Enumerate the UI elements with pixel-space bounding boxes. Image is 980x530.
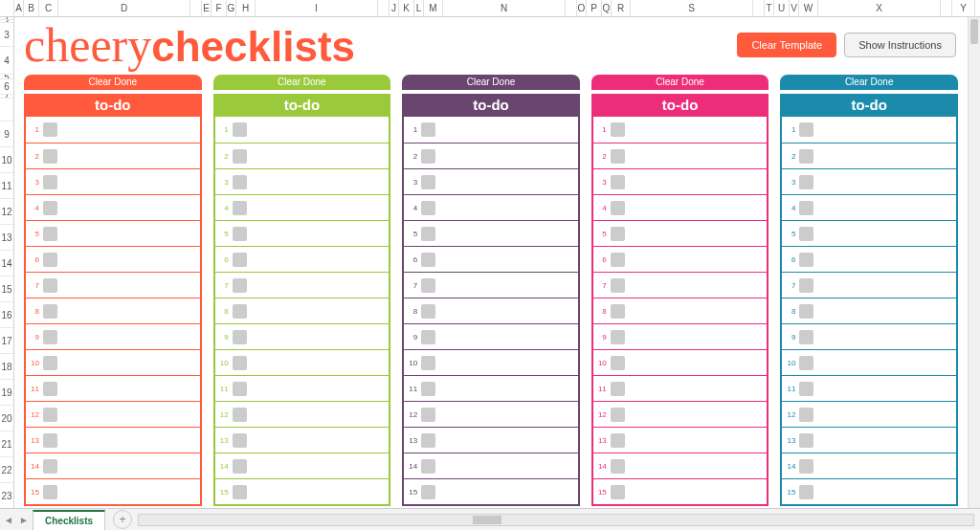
column-header[interactable]: M xyxy=(424,0,443,16)
row-header[interactable]: 16 xyxy=(0,302,13,328)
sheet-tab-checklists[interactable]: Checklists xyxy=(33,510,105,530)
item-checkbox[interactable] xyxy=(421,356,435,370)
item-checkbox[interactable] xyxy=(43,149,57,164)
item-checkbox[interactable] xyxy=(43,304,57,319)
column-header[interactable]: F xyxy=(212,0,227,16)
list-header[interactable]: to-do xyxy=(591,94,769,117)
column-header[interactable]: Y xyxy=(952,0,975,16)
item-checkbox[interactable] xyxy=(421,330,435,344)
row-header[interactable]: 4 xyxy=(0,47,13,75)
list-item[interactable]: 6 xyxy=(26,246,200,272)
list-item[interactable]: 14 xyxy=(404,453,578,478)
item-checkbox[interactable] xyxy=(421,408,435,422)
list-item[interactable]: 12 xyxy=(782,401,956,427)
column-header[interactable] xyxy=(378,0,390,16)
list-item[interactable]: 1 xyxy=(782,117,956,143)
list-item[interactable]: 3 xyxy=(404,168,578,194)
item-checkbox[interactable] xyxy=(43,356,57,370)
tab-nav[interactable]: ◄ ► xyxy=(0,515,33,525)
item-checkbox[interactable] xyxy=(421,149,435,164)
column-header[interactable] xyxy=(566,0,577,16)
list-item[interactable]: 4 xyxy=(593,194,768,220)
list-item[interactable]: 6 xyxy=(215,246,390,272)
list-item[interactable]: 2 xyxy=(26,143,200,168)
list-item[interactable]: 11 xyxy=(215,375,390,401)
item-checkbox[interactable] xyxy=(233,201,247,215)
item-checkbox[interactable] xyxy=(43,330,57,344)
row-header[interactable]: 22 xyxy=(0,457,13,483)
row-header[interactable]: 6 xyxy=(0,79,13,95)
column-header[interactable]: A xyxy=(14,0,24,16)
item-checkbox[interactable] xyxy=(611,253,625,267)
list-item[interactable]: 2 xyxy=(782,143,956,168)
list-item[interactable]: 8 xyxy=(593,298,768,323)
item-checkbox[interactable] xyxy=(611,304,625,319)
list-item[interactable]: 4 xyxy=(215,194,390,220)
item-checkbox[interactable] xyxy=(799,485,813,499)
item-checkbox[interactable] xyxy=(233,149,247,164)
row-header[interactable]: 13 xyxy=(0,225,13,251)
item-checkbox[interactable] xyxy=(421,278,435,293)
column-header[interactable] xyxy=(190,0,202,16)
clear-done-button[interactable]: Clear Done xyxy=(780,75,958,90)
list-item[interactable]: 15 xyxy=(782,478,956,504)
item-checkbox[interactable] xyxy=(233,356,247,370)
item-checkbox[interactable] xyxy=(611,122,625,137)
column-header[interactable]: I xyxy=(256,0,378,16)
list-item[interactable]: 10 xyxy=(782,349,956,375)
item-checkbox[interactable] xyxy=(421,304,435,319)
clear-done-button[interactable]: Clear Done xyxy=(591,75,769,90)
item-checkbox[interactable] xyxy=(233,122,247,137)
list-item[interactable]: 9 xyxy=(404,323,578,349)
list-item[interactable]: 8 xyxy=(215,298,390,323)
list-item[interactable]: 5 xyxy=(782,220,956,246)
item-checkbox[interactable] xyxy=(611,227,625,241)
list-item[interactable]: 8 xyxy=(782,298,956,323)
list-item[interactable]: 2 xyxy=(593,143,768,168)
item-checkbox[interactable] xyxy=(421,253,435,267)
column-header[interactable]: T xyxy=(765,0,774,16)
list-item[interactable]: 3 xyxy=(26,168,200,194)
list-item[interactable]: 15 xyxy=(404,478,578,504)
row-header[interactable]: 3 xyxy=(0,23,13,47)
item-checkbox[interactable] xyxy=(43,175,57,189)
list-item[interactable]: 1 xyxy=(593,117,768,143)
clear-done-button[interactable]: Clear Done xyxy=(24,75,202,90)
tab-next-icon[interactable]: ► xyxy=(19,515,29,525)
item-checkbox[interactable] xyxy=(799,175,813,189)
row-header[interactable]: 10 xyxy=(0,147,13,173)
row-header[interactable]: 21 xyxy=(0,431,13,457)
item-checkbox[interactable] xyxy=(799,122,813,137)
item-checkbox[interactable] xyxy=(233,278,247,293)
list-item[interactable]: 8 xyxy=(404,298,578,323)
item-checkbox[interactable] xyxy=(233,330,247,344)
column-header[interactable]: G xyxy=(227,0,236,16)
item-checkbox[interactable] xyxy=(233,485,247,499)
item-checkbox[interactable] xyxy=(233,382,247,396)
list-item[interactable]: 14 xyxy=(782,453,956,478)
list-item[interactable]: 10 xyxy=(215,349,390,375)
item-checkbox[interactable] xyxy=(611,330,625,344)
item-checkbox[interactable] xyxy=(421,201,435,215)
row-header[interactable]: 20 xyxy=(0,406,13,431)
item-checkbox[interactable] xyxy=(43,408,57,422)
list-item[interactable]: 7 xyxy=(593,272,768,298)
item-checkbox[interactable] xyxy=(421,459,435,474)
list-item[interactable]: 12 xyxy=(26,401,200,427)
column-header[interactable]: K xyxy=(399,0,414,16)
column-header[interactable]: R xyxy=(612,0,631,16)
horizontal-scrollbar-thumb[interactable] xyxy=(473,516,501,524)
item-checkbox[interactable] xyxy=(421,227,435,241)
column-header[interactable]: L xyxy=(414,0,424,16)
list-item[interactable]: 14 xyxy=(215,453,390,478)
item-checkbox[interactable] xyxy=(611,278,625,293)
item-checkbox[interactable] xyxy=(233,459,247,474)
column-header[interactable]: V xyxy=(790,0,799,16)
list-header[interactable]: to-do xyxy=(213,94,391,117)
list-item[interactable]: 10 xyxy=(26,349,200,375)
item-checkbox[interactable] xyxy=(799,330,813,344)
list-item[interactable]: 3 xyxy=(215,168,390,194)
list-item[interactable]: 1 xyxy=(26,117,200,143)
item-checkbox[interactable] xyxy=(233,408,247,422)
list-item[interactable]: 13 xyxy=(593,427,768,453)
